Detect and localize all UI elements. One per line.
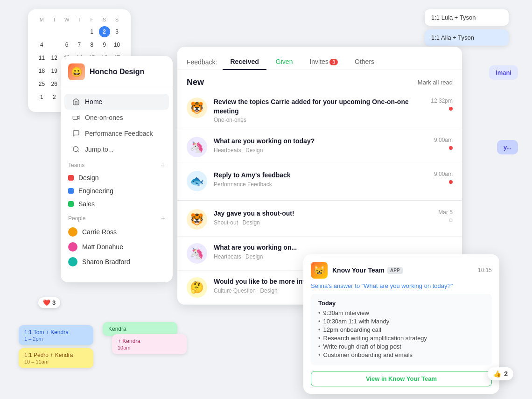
person-avatar (68, 257, 77, 266)
cal-event-label: 1:1 Tom + Kendra (24, 329, 88, 336)
cal-day[interactable]: 1 (86, 26, 98, 37)
person-label: Carrie Ross (82, 228, 117, 236)
cal-day[interactable]: 25 (36, 78, 47, 90)
kyt-list-item: 12pm onboarding call (318, 326, 484, 333)
home-icon (72, 98, 80, 106)
cal-day[interactable]: 3 (111, 26, 122, 37)
kyt-list-item: Write rough draft of blog post (318, 343, 484, 350)
read-dot (449, 218, 453, 222)
sidebar-item-engineering[interactable]: Engineering (61, 184, 173, 197)
sidebar-item-sharon[interactable]: Sharon Bradford (61, 254, 173, 269)
cal-day[interactable]: 7 (74, 39, 85, 50)
sidebar-item-home[interactable]: Home (64, 94, 169, 110)
cal-day[interactable]: 26 (49, 78, 60, 90)
unread-dot (449, 180, 453, 184)
invites-badge: 3 (329, 59, 338, 65)
kyt-app-name: Know Your Team (332, 266, 385, 274)
notif-subtitle: Heartbeats Design (214, 147, 427, 154)
cal-day[interactable]: 4 (36, 39, 47, 50)
cal-day[interactable]: 2 (49, 91, 60, 103)
kyt-content: Today 9:30am interview 10:30am 1:1 with … (311, 294, 492, 365)
team-color-dot (68, 188, 74, 194)
sidebar-item-one-on-ones[interactable]: One-on-ones (64, 110, 169, 126)
cal-day[interactable]: 6 (61, 39, 72, 50)
svg-line-3 (77, 151, 79, 152)
search-icon (72, 145, 80, 154)
sidebar-item-carrie[interactable]: Carrie Ross (61, 224, 173, 239)
tab-others[interactable]: Others (347, 54, 382, 70)
cal-event-time: 10 – 11am (24, 359, 88, 364)
heart-icon: ❤️ (43, 299, 50, 306)
one-on-one-card[interactable]: 1:1 Alia + Tyson (425, 29, 509, 46)
view-in-kyt-button[interactable]: View in Know Your Team (311, 371, 492, 386)
cal-day-label: S (99, 17, 110, 22)
notif-meta: Mar 5 (438, 209, 453, 222)
cal-events: 1:1 Tom + Kendra 1 – 2pm 1:1 Pedro + Ken… (19, 325, 93, 371)
cal-day[interactable]: 1 (36, 91, 47, 103)
kyt-today-label: Today (318, 300, 484, 307)
tab-invites[interactable]: Invites3 (302, 54, 345, 70)
sidebar-item-jump-to[interactable]: Jump to... (64, 141, 169, 157)
one-on-one-card[interactable]: 1:1 Lula + Tyson (425, 9, 509, 26)
cal-event-kendra-pink[interactable]: + Kendra 10am (112, 334, 187, 354)
notif-content: Review the topics Carrie added for your … (214, 98, 424, 123)
sidebar-item-label: Jump to... (85, 146, 113, 153)
cal-day[interactable]: 18 (36, 65, 47, 77)
kyt-time: 10:15 (478, 267, 492, 273)
cal-event-pedro-kendra[interactable]: 1:1 Pedro + Kendra 10 – 11am (19, 348, 93, 368)
tab-received[interactable]: Received (223, 54, 266, 70)
cal-day[interactable]: 12 (49, 52, 60, 63)
people-section-header: People + (61, 210, 173, 224)
notif-avatar: 🦄 (187, 137, 207, 157)
cal-day[interactable]: 10 (111, 39, 122, 50)
cal-day-label: M (36, 17, 47, 22)
add-person-button[interactable]: + (161, 214, 165, 223)
sidebar-item-performance-feedback[interactable]: Performance Feedback (64, 126, 169, 141)
teams-section-header: Teams + (61, 157, 173, 171)
notif-content: Jay gave you a shout-out! Shout-out Desi… (214, 209, 432, 226)
calendar-header: M T W T F S S (35, 17, 123, 22)
cal-day[interactable]: 9 (99, 39, 110, 50)
thumbs-icon: 👍 (493, 370, 501, 378)
sidebar-item-design[interactable]: Design (61, 171, 173, 184)
sidebar-item-label: One-on-ones (85, 114, 123, 121)
sidebar-item-matt[interactable]: Matt Donahue (61, 239, 173, 254)
notif-subtitle: Shout-out Design (214, 219, 432, 226)
cal-day[interactable]: 11 (36, 52, 47, 63)
cal-day-label: F (86, 17, 98, 22)
notif-avatar: 🤔 (187, 277, 207, 298)
mark-all-read-button[interactable]: Mark all read (418, 79, 453, 86)
person-avatar (68, 227, 77, 237)
panel-tabs: Feedback: Received Given Invites3 Others (177, 47, 462, 70)
svg-point-2 (73, 147, 78, 152)
notification-item[interactable]: 🐯 Review the topics Carrie added for you… (177, 91, 462, 130)
cal-today[interactable]: 2 (99, 26, 110, 37)
sidebar-item-sales[interactable]: Sales (61, 197, 173, 210)
notification-item[interactable]: 🐟 Reply to Amy's feedback Performance Fe… (177, 164, 462, 198)
kyt-list-item: Research writing amplification strategy (318, 335, 484, 342)
notification-item[interactable]: 🦄 What are you working on today? Heartbe… (177, 130, 462, 164)
section-title: New (187, 77, 204, 87)
notif-title: Jay gave you a shout-out! (214, 209, 432, 218)
notif-avatar: 🐟 (187, 171, 207, 191)
cal-event-label: Kendra (108, 326, 172, 332)
add-team-button[interactable]: + (161, 161, 165, 169)
cal-day[interactable]: 8 (86, 39, 98, 50)
cal-event-overlap: Kendra + Kendra 10am (103, 322, 187, 357)
notification-item[interactable]: 🐯 Jay gave you a shout-out! Shout-out De… (177, 203, 462, 237)
y-badge: y... (497, 140, 518, 154)
cal-event-label: 1:1 Pedro + Kendra (24, 352, 88, 358)
kyt-app-badge: APP (387, 267, 403, 274)
person-avatar (68, 242, 77, 252)
cal-event-tom-kendra[interactable]: 1:1 Tom + Kendra 1 – 2pm (19, 325, 93, 345)
unread-dot (449, 146, 453, 150)
thumbs-count: 2 (504, 370, 508, 378)
team-label: Sales (78, 200, 95, 208)
cal-day[interactable]: 19 (49, 65, 60, 77)
tab-given[interactable]: Given (268, 54, 301, 70)
sidebar-item-label: Home (85, 98, 102, 105)
team-label: Engineering (78, 187, 113, 195)
people-label: People (68, 215, 85, 222)
notif-meta: 9:00am (434, 171, 453, 184)
heart-badge: ❤️ 3 (38, 297, 60, 308)
